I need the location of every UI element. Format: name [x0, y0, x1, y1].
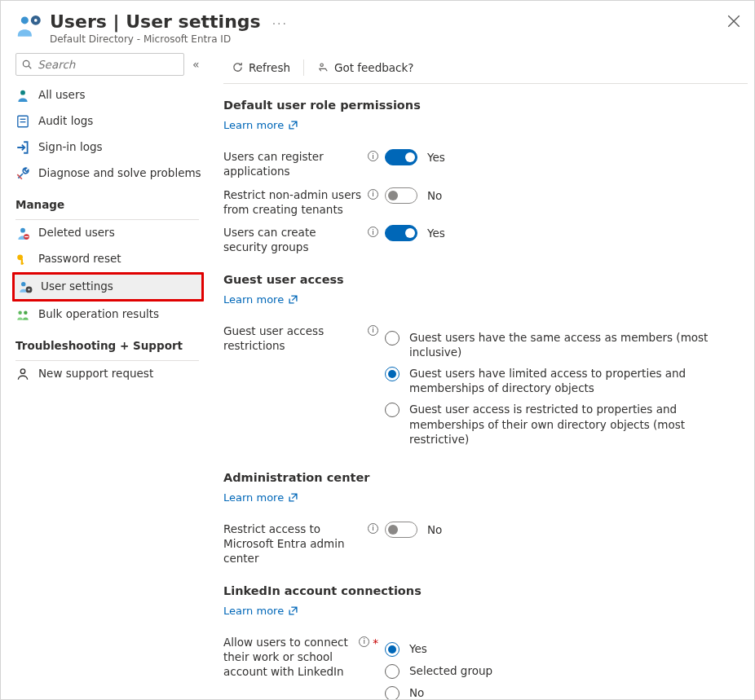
setting-label: Restrict access to Microsoft Entra admin… — [223, 522, 363, 566]
person-icon — [15, 88, 30, 103]
info-icon[interactable]: i — [368, 189, 378, 200]
collapse-sidebar-icon[interactable]: « — [192, 58, 200, 71]
section-default-permissions: Default user role permissions Learn more… — [223, 99, 748, 254]
info-icon[interactable]: i — [368, 227, 378, 237]
page-subtitle: Default Directory - Microsoft Entra ID — [50, 33, 261, 45]
info-icon[interactable]: i — [368, 523, 378, 534]
sidebar-item-label: Deleted users — [38, 227, 115, 239]
refresh-icon — [232, 61, 244, 73]
more-dots-icon[interactable]: ··· — [272, 12, 288, 30]
external-link-icon — [289, 493, 298, 502]
support-icon — [15, 367, 30, 381]
guest-access-radio-1[interactable] — [385, 367, 400, 381]
info-icon[interactable]: i — [359, 636, 369, 647]
svg-point-16 — [28, 288, 29, 290]
toggle-state-label: No — [427, 523, 442, 536]
svg-rect-6 — [20, 119, 26, 120]
svg-rect-13 — [21, 263, 24, 265]
learn-more-link[interactable]: Learn more — [223, 293, 298, 306]
signin-icon — [15, 140, 30, 155]
learn-more-label: Learn more — [223, 119, 284, 131]
svg-rect-7 — [20, 121, 26, 122]
guest-access-radio-2[interactable] — [385, 403, 400, 417]
linkedin-radio-no[interactable] — [385, 686, 400, 700]
section-title: LinkedIn account connections — [223, 584, 748, 597]
section-title: Administration center — [223, 471, 748, 484]
search-input[interactable] — [36, 57, 179, 72]
radio-label: Yes — [409, 641, 748, 656]
content-toolbar: Refresh Got feedback? — [223, 51, 748, 84]
toggle-restrict-admin-center[interactable] — [385, 522, 417, 538]
radio-label: Guest users have the same access as memb… — [409, 330, 748, 359]
page-title: Users | User settings — [50, 12, 261, 32]
key-icon — [15, 252, 30, 266]
external-link-icon — [289, 606, 298, 615]
svg-rect-10 — [24, 236, 29, 237]
toggle-state-label: Yes — [427, 227, 445, 240]
refresh-button[interactable]: Refresh — [223, 51, 298, 83]
svg-point-14 — [21, 282, 25, 286]
content: Refresh Got feedback? Default user role … — [209, 48, 754, 700]
setting-label: Users can register applications — [223, 149, 363, 178]
toolbar-separator — [303, 59, 304, 76]
sidebar-item-bulk-results[interactable]: Bulk operation results — [1, 302, 209, 328]
radio-label: Selected group — [409, 663, 748, 678]
sidebar-item-signin-logs[interactable]: Sign-in logs — [1, 134, 209, 161]
section-guest-access: Guest user access Learn more Guest user … — [223, 273, 748, 454]
toggle-state-label: No — [427, 189, 442, 202]
sidebar-item-password-reset[interactable]: Password reset — [1, 246, 209, 272]
sidebar-group-manage: Manage — [1, 187, 209, 216]
sidebar-item-deleted-users[interactable]: Deleted users — [1, 220, 209, 246]
sidebar: « All users Audit logs Sign-in logs — [1, 48, 209, 387]
info-icon[interactable]: i — [368, 325, 378, 336]
learn-more-link[interactable]: Learn more — [223, 491, 298, 504]
sidebar-item-label: Bulk operation results — [38, 309, 159, 320]
radio-label: No — [409, 685, 748, 700]
learn-more-link[interactable]: Learn more — [223, 119, 298, 131]
external-link-icon — [289, 121, 298, 130]
sidebar-item-diagnose[interactable]: Diagnose and solve problems — [1, 161, 209, 187]
sidebar-item-all-users[interactable]: All users — [1, 82, 209, 108]
user-settings-icon — [18, 280, 33, 294]
section-linkedin: LinkedIn account connections Learn more … — [223, 584, 748, 700]
guest-access-radio-0[interactable] — [385, 331, 400, 346]
toggle-register-apps[interactable] — [385, 149, 417, 165]
radio-label: Guest user access is restricted to prope… — [409, 402, 748, 447]
search-box[interactable] — [15, 53, 184, 76]
sidebar-group-support: Troubleshooting + Support — [1, 328, 209, 357]
learn-more-link[interactable]: Learn more — [223, 605, 298, 617]
feedback-button[interactable]: Got feedback? — [309, 51, 422, 83]
setting-label: Guest user access restrictions — [223, 324, 363, 353]
users-gear-icon — [15, 12, 43, 40]
sidebar-highlight: User settings — [12, 272, 204, 302]
search-icon — [21, 59, 33, 70]
sidebar-item-user-settings[interactable]: User settings — [15, 275, 201, 299]
linkedin-radio-selected-group[interactable] — [385, 664, 400, 679]
sidebar-item-label: All users — [38, 90, 86, 101]
wrench-icon — [15, 166, 30, 181]
feedback-icon — [317, 61, 329, 73]
feedback-label: Got feedback? — [334, 61, 414, 74]
users-icon — [15, 307, 30, 322]
learn-more-label: Learn more — [223, 293, 284, 306]
setting-label: Restrict non-admin users from creating t… — [223, 187, 363, 217]
close-icon[interactable] — [726, 12, 741, 27]
section-title: Default user role permissions — [223, 99, 748, 112]
svg-point-17 — [18, 311, 22, 315]
learn-more-label: Learn more — [223, 491, 284, 504]
learn-more-label: Learn more — [223, 605, 284, 617]
sidebar-item-audit-logs[interactable]: Audit logs — [1, 108, 209, 134]
toggle-state-label: Yes — [427, 151, 445, 164]
sidebar-item-label: User settings — [41, 281, 113, 293]
linkedin-radio-yes[interactable] — [385, 642, 400, 657]
svg-point-0 — [21, 16, 29, 24]
toggle-security-groups[interactable] — [385, 225, 417, 241]
sidebar-item-label: Diagnose and solve problems — [38, 168, 201, 179]
sidebar-item-label: Audit logs — [38, 116, 93, 127]
refresh-label: Refresh — [249, 61, 290, 74]
radio-label: Guest users have limited access to prope… — [409, 366, 748, 395]
toggle-restrict-tenants[interactable] — [385, 187, 417, 204]
info-icon[interactable]: i — [368, 151, 378, 161]
external-link-icon — [289, 295, 298, 304]
sidebar-item-support-request[interactable]: New support request — [1, 361, 209, 387]
